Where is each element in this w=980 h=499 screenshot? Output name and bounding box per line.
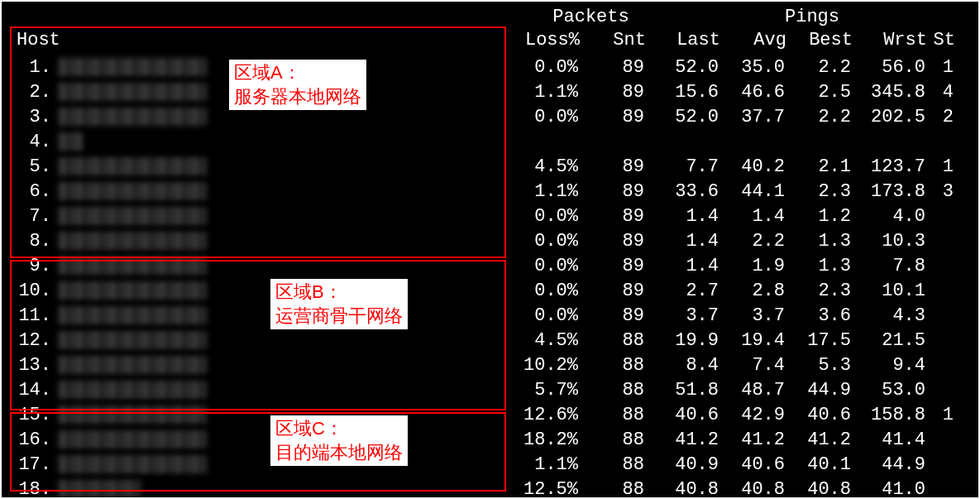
hop-wrst: 123.7: [854, 156, 929, 177]
hop-st: 4: [929, 82, 954, 103]
hop-last: 1.4: [648, 256, 722, 276]
hop-address-blurred: [58, 257, 207, 275]
region-b-desc: 运营商骨干网络: [275, 305, 403, 326]
hop-stats: 0.0%893.73.73.64.3: [507, 305, 978, 326]
hop-address-blurred: [58, 58, 207, 76]
hop-stats: 1.1%8933.644.12.3173.83: [507, 181, 978, 202]
region-c-title: 区域C：: [275, 418, 343, 439]
hop-snt: 88: [581, 405, 648, 425]
hop-number: 6.: [2, 181, 51, 202]
hop-avg: 48.7: [722, 380, 788, 401]
hop-loss: 0.0%: [507, 256, 581, 276]
hop-wrst: 41.0: [854, 479, 929, 500]
hop-wrst: 21.5: [854, 330, 929, 351]
last-header: Last: [649, 30, 724, 50]
hop-avg: 46.6: [722, 82, 788, 103]
hop-avg: 35.0: [722, 57, 788, 78]
hop-loss: 1.1%: [507, 82, 581, 103]
hop-last: 15.6: [648, 82, 722, 103]
hop-best: 2.1: [788, 156, 854, 177]
hop-last: 40.8: [648, 479, 722, 500]
hop-st: [929, 429, 954, 450]
hop-st: [929, 305, 954, 326]
hop-wrst: 41.4: [854, 429, 929, 450]
hop-stats: 1.1%8915.646.62.5345.84: [507, 82, 978, 103]
hop-last: 51.8: [648, 380, 722, 401]
hop-number: 14.: [2, 380, 51, 401]
hop-last: 7.7: [648, 156, 722, 177]
hop-number: 18.: [2, 479, 51, 500]
hop-last: 2.7: [648, 281, 722, 301]
hop-snt: 89: [581, 57, 648, 78]
hop-loss: 18.2%: [507, 429, 581, 450]
loss-header: Loss%: [509, 30, 583, 50]
hop-stats: 0.0%891.42.21.310.3: [507, 231, 978, 252]
hop-address-blurred: [58, 281, 207, 300]
snt-header: Snt: [583, 30, 649, 50]
hop-best: 2.2: [788, 57, 854, 78]
hop-address-blurred: [58, 182, 207, 200]
hop-best: 5.3: [788, 355, 854, 376]
hop-best: 44.9: [788, 380, 854, 401]
hop-address-blurred: [58, 455, 207, 473]
hop-loss: 10.2%: [507, 355, 581, 376]
hop-loss: 4.5%: [507, 330, 581, 351]
hop-number: 7.: [2, 206, 51, 227]
wrst-header: Wrst: [856, 30, 930, 50]
region-c-label: 区域C： 目的端本地网络: [270, 415, 408, 466]
hop-st: 1: [929, 57, 954, 78]
hop-address-blurred: [58, 306, 207, 324]
column-headers: Host Loss% Snt Last Avg Best Wrst St: [2, 30, 978, 50]
hop-snt: 89: [581, 231, 648, 252]
hop-avg: 40.6: [722, 454, 788, 475]
hop-address-blurred: [58, 157, 207, 175]
hop-last: 1.4: [648, 206, 722, 227]
hop-address-blurred: [58, 232, 207, 250]
hop-loss: 0.0%: [507, 231, 581, 252]
hop-best: 40.1: [788, 454, 854, 475]
hop-number: 2.: [2, 82, 51, 103]
hop-st: [929, 380, 954, 401]
hop-wrst: 9.4: [854, 355, 929, 376]
hop-row: 10.0.0%892.72.82.310.1: [2, 278, 978, 303]
hop-best: 2.3: [788, 281, 854, 301]
hop-number: 15.: [2, 405, 51, 425]
hop-snt: 89: [581, 305, 648, 326]
hop-number: 9.: [2, 256, 51, 276]
hop-avg: 37.7: [722, 107, 788, 127]
hop-loss: 4.5%: [507, 156, 581, 177]
hop-row: 1.0.0%8952.035.02.256.01: [2, 55, 978, 79]
region-a-label: 区域A： 服务器本地网络: [229, 60, 366, 110]
hop-st: [929, 355, 954, 376]
hop-number: 11.: [2, 305, 51, 326]
hop-avg: 3.7: [722, 305, 788, 326]
hop-stats: 18.2%8841.241.241.241.4: [507, 429, 978, 450]
hop-best: 2.5: [788, 82, 854, 103]
hop-wrst: 4.3: [854, 305, 929, 326]
pings-group-header: Pings: [672, 7, 953, 27]
hop-number: 12.: [2, 330, 51, 351]
hop-snt: 88: [581, 479, 648, 500]
hop-loss: 0.0%: [507, 206, 581, 227]
hop-stats: 0.0%891.41.41.24.0: [507, 206, 978, 227]
hop-wrst: 202.5: [854, 107, 929, 127]
hop-loss: 1.1%: [507, 181, 581, 202]
hop-number: 17.: [2, 454, 51, 475]
hop-row: 11.0.0%893.73.73.64.3: [2, 303, 978, 328]
hop-last: 52.0: [648, 107, 722, 127]
hop-row: 6.1.1%8933.644.12.3173.83: [2, 179, 978, 204]
hop-avg: 44.1: [722, 181, 788, 202]
hop-snt: 89: [581, 206, 648, 227]
hop-stats: 0.0%8952.037.72.2202.52: [507, 107, 978, 127]
hop-snt: 88: [581, 429, 648, 450]
hop-snt: 89: [581, 82, 648, 103]
hop-loss: 0.0%: [507, 281, 581, 301]
hop-snt: 89: [581, 181, 648, 202]
hop-st: 1: [929, 405, 954, 425]
hop-address-blurred: [58, 430, 207, 449]
region-a-desc: 服务器本地网络: [234, 86, 361, 107]
hop-avg: 2.8: [722, 281, 788, 301]
hop-last: 52.0: [648, 57, 722, 78]
hop-wrst: 158.8: [854, 405, 929, 425]
hop-loss: 0.0%: [507, 305, 581, 326]
